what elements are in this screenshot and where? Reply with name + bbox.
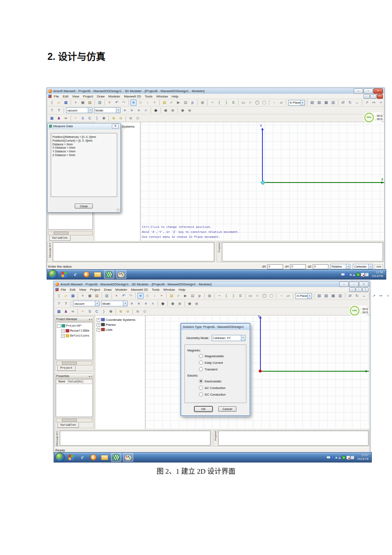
coordinate-input[interactable]: 0 xyxy=(313,264,328,269)
zoom-in-icon[interactable]: ⊕ xyxy=(118,308,124,315)
titlebar[interactable]: Ansoft Maxwell - Project6 - Maxwell2DDes… xyxy=(54,281,370,287)
duplicate-rotate-icon[interactable]: ↻ xyxy=(347,100,353,106)
horizontal-scrollbar[interactable] xyxy=(56,418,92,422)
start-button[interactable] xyxy=(48,270,58,279)
paint-taskbar-icon[interactable] xyxy=(123,453,133,462)
media-player-icon[interactable] xyxy=(82,270,91,278)
hide-all-icon[interactable]: ◉ xyxy=(194,301,200,307)
rotate-view-icon[interactable]: C xyxy=(87,115,93,121)
explorer-icon[interactable] xyxy=(93,270,102,278)
zoom-fit-icon[interactable]: ⊙ xyxy=(142,308,148,315)
align-z-icon[interactable]: ∗ xyxy=(143,301,149,307)
copy-icon[interactable]: ▣ xyxy=(87,293,93,299)
antivirus-tray-icon[interactable] xyxy=(356,273,360,277)
titlebar[interactable]: Ansoft Maxwell - Project6 - Maxwell2DDes… xyxy=(47,88,384,94)
model-dropdown[interactable]: Model xyxy=(94,107,120,113)
close-button[interactable]: Close xyxy=(75,204,93,209)
copy-screen-icon[interactable]: ▣ xyxy=(206,293,213,299)
hide-all-icon[interactable]: ◉ xyxy=(187,107,193,114)
network-tray-icon[interactable] xyxy=(351,456,354,459)
radio-icon[interactable] xyxy=(199,379,203,383)
plane-dropdown[interactable]: In Plane xyxy=(288,100,305,106)
paste-icon[interactable]: ▤ xyxy=(87,100,93,106)
menu-item[interactable]: Maxwell 2D xyxy=(124,95,141,98)
draw-line-icon[interactable]: ~ xyxy=(216,293,222,299)
mdi-close-button[interactable] xyxy=(377,94,383,99)
find-icon[interactable]: ∞ xyxy=(63,115,69,121)
optimetrics-icon[interactable]: p xyxy=(189,100,196,106)
coordinate-system-icon[interactable]: + xyxy=(151,100,158,106)
ie-icon[interactable] xyxy=(71,270,80,278)
split-icon[interactable]: ▥ xyxy=(330,100,336,106)
cut-icon[interactable]: × xyxy=(80,293,86,299)
radio-icon[interactable] xyxy=(199,392,203,396)
scrollbar-thumb[interactable] xyxy=(54,232,68,235)
draw-arc-icon[interactable]: ( xyxy=(223,293,229,299)
menu-item[interactable]: View xyxy=(72,95,79,98)
help-pointer-icon[interactable]: ? xyxy=(56,301,62,307)
pin-icon[interactable]: ▴ xyxy=(89,375,90,377)
pan-icon[interactable]: + xyxy=(73,115,79,121)
expand-icon[interactable]: + xyxy=(97,328,100,332)
unite-icon[interactable]: ▧ xyxy=(309,100,315,106)
menu-item[interactable]: Edit xyxy=(63,95,68,98)
save-icon[interactable]: ▦ xyxy=(63,100,69,106)
subtract-icon[interactable]: ▨ xyxy=(316,100,322,106)
coordinate-system-icon[interactable]: + xyxy=(158,293,165,299)
offset-icon[interactable]: ↦ xyxy=(371,100,377,106)
menu-item[interactable]: Tools xyxy=(152,288,160,292)
dialog-titlebar[interactable]: Solution Type: Project6 - Maxwell2DDesig… xyxy=(181,324,250,330)
measure-mode-icon[interactable]: ↕ xyxy=(144,100,151,106)
menu-item[interactable]: Window xyxy=(163,288,175,292)
unite-icon[interactable]: ▧ xyxy=(316,293,322,299)
expand-icon[interactable]: - xyxy=(57,324,61,328)
draw-point-icon[interactable]: ◦ xyxy=(278,293,284,299)
split-icon[interactable]: ▥ xyxy=(337,293,343,299)
close-button[interactable] xyxy=(373,88,383,94)
netspeed-badge[interactable]: 45% 0K/S 0K/S xyxy=(364,112,383,123)
menu-item[interactable]: Help xyxy=(179,288,185,292)
rotate-center-icon[interactable]: S xyxy=(80,115,86,121)
hidden-icons-arrow[interactable] xyxy=(349,273,352,275)
tab-project[interactable]: Project xyxy=(57,366,76,371)
rotate-view-icon[interactable]: C xyxy=(94,308,100,315)
radio-icon[interactable] xyxy=(199,361,203,365)
mirror-icon[interactable]: ↔ xyxy=(354,100,360,106)
menu-item[interactable]: Draw xyxy=(97,95,105,98)
action-center-flag-icon[interactable] xyxy=(361,273,364,276)
menu-item[interactable]: Project xyxy=(83,95,93,98)
visibility-icon[interactable]: ◉ xyxy=(160,301,166,307)
mdi-close-button[interactable] xyxy=(362,287,368,292)
tab-variables[interactable]: Variables xyxy=(57,423,79,428)
scrollbar-thumb[interactable] xyxy=(62,419,77,422)
measure-mode-icon[interactable]: ↕ xyxy=(151,293,158,299)
pan-icon[interactable]: + xyxy=(80,308,86,315)
draw-circle-icon[interactable]: ○ xyxy=(247,100,253,106)
maxwell-taskbar-icon[interactable] xyxy=(104,270,114,279)
close-icon[interactable]: × xyxy=(91,318,92,320)
radio-icon[interactable] xyxy=(199,367,203,371)
coordinate-input[interactable]: 0 xyxy=(267,264,283,269)
column-header[interactable]: Uni xyxy=(78,379,83,384)
zoom-fit-icon[interactable]: ⊙ xyxy=(135,115,141,121)
coordinate-input[interactable]: 0 xyxy=(290,264,306,269)
menu-item[interactable]: Tools xyxy=(145,95,153,98)
whats-this-icon[interactable]: ? xyxy=(56,107,62,114)
resize-grip[interactable] xyxy=(117,209,120,212)
validate-icon[interactable]: ✓ xyxy=(168,100,175,106)
paint-taskbar-icon[interactable] xyxy=(116,270,126,279)
menu-item[interactable]: Draw xyxy=(104,288,112,292)
undo-icon[interactable]: ↶ xyxy=(113,100,120,106)
redo-icon[interactable]: ↷ xyxy=(128,293,134,299)
draw-arc-icon[interactable]: ( xyxy=(216,100,222,106)
dialog-close-icon[interactable] xyxy=(112,124,119,129)
sweep-icon[interactable]: ≈ xyxy=(378,100,384,106)
duplicate-line-icon[interactable]: ⇄ xyxy=(347,293,353,299)
media-player-icon[interactable] xyxy=(89,453,98,461)
draw-plane-icon[interactable]: ▱ xyxy=(278,100,284,106)
expand-icon[interactable]: + xyxy=(97,318,100,322)
hidden-icons-arrow[interactable] xyxy=(335,455,338,458)
save-icon[interactable]: ▦ xyxy=(70,293,76,299)
zoom-in-icon[interactable]: ⊕ xyxy=(111,115,117,121)
align-x-icon[interactable]: ∗ xyxy=(122,107,128,114)
